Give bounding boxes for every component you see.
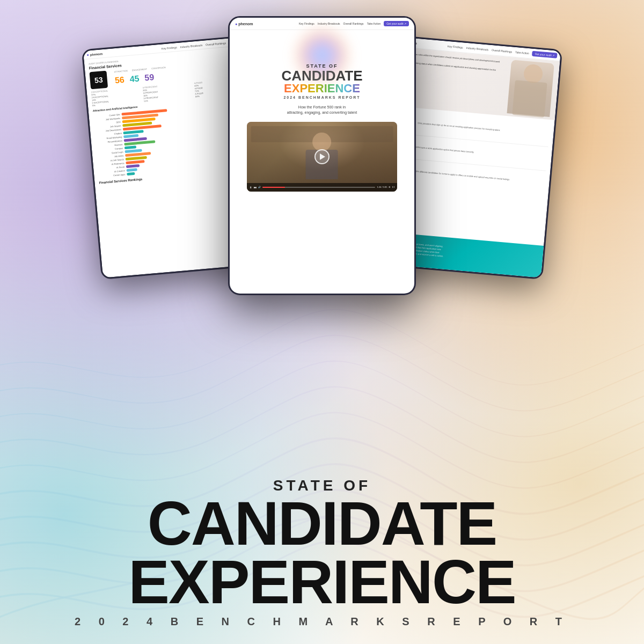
bottom-experience: EXPERIENCE	[21, 553, 623, 611]
center-tablet-screen: ● phenom Key Findings Industry Breakouts…	[230, 18, 414, 294]
engagement-score: 45	[129, 74, 140, 83]
pause-icon[interactable]: ⏸	[250, 186, 252, 189]
right-cta-button[interactable]: Get your audit ↗	[532, 51, 557, 58]
attraction-score: 56	[114, 75, 125, 84]
fullscreen-icon[interactable]: ⛶	[392, 186, 394, 188]
video-controls-bar: ⏸ ⏭ 🔊 1:24 / 3:05 ⚙ ⛶	[247, 183, 398, 192]
stat-3-description: 100% different candidates for some to ap…	[413, 170, 509, 181]
bottom-benchmarks: 2 0 2 4 B E N C H M A R K S R E P O R T	[21, 616, 623, 628]
left-phenom-logo: ● phenom	[86, 52, 103, 57]
left-score-box: 53	[89, 71, 108, 90]
left-metrics: ATTRACTION ENGAGEMENT CONVERSION 56 45 5…	[114, 66, 167, 87]
center-cta-button[interactable]: Get your audit ↗	[384, 21, 409, 26]
video-time: 1:24 / 3:05	[377, 186, 387, 188]
center-video-thumbnail[interactable]: ⏸ ⏭ 🔊 1:24 / 3:05 ⚙ ⛶	[247, 122, 398, 192]
right-person-illustration	[499, 56, 557, 120]
bottom-candidate: CANDIDATE	[21, 494, 623, 553]
bottom-text-section: STATE OF CANDIDATE EXPERIENCE 2 0 2 4 B …	[0, 477, 644, 628]
left-metrics-values: 56 45 59	[114, 71, 167, 84]
conversion-score: 59	[144, 73, 155, 82]
tablets-container: ● phenom Key Findings Industry Breakouts…	[80, 16, 564, 349]
video-progress-bar[interactable]	[262, 187, 376, 188]
center-benchmarks-text: 2024 BENCHMARKS REPORT	[283, 96, 360, 99]
center-phenom-logo: ● phenom	[235, 22, 253, 26]
settings-icon[interactable]: ⚙	[389, 186, 391, 188]
play-triangle-icon	[320, 153, 325, 160]
center-experience-text: EXPERIENCE	[284, 83, 360, 94]
stat-2-description: 44% have a work application option that …	[415, 146, 474, 154]
video-progress-fill	[262, 187, 285, 188]
skip-icon[interactable]: ⏭	[254, 186, 257, 189]
stat-1-description: Only providers that sign up do so on an …	[418, 122, 500, 132]
center-nav-links: Key Findings Industry Breakouts Overall …	[299, 21, 409, 26]
volume-icon[interactable]: 🔊	[258, 186, 261, 188]
play-button[interactable]	[314, 149, 330, 164]
center-candidate-text: CANDIDATE	[281, 69, 362, 83]
center-subtitle: How the Fortune 500 rank inattracting, e…	[287, 105, 357, 115]
center-tablet: ● phenom Key Findings Industry Breakouts…	[228, 16, 416, 295]
